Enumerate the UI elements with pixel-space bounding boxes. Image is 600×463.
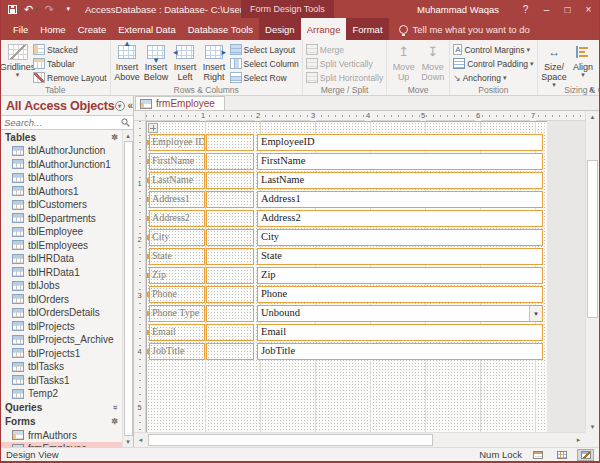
nav-item-table[interactable]: tblEmployee bbox=[1, 225, 122, 239]
nav-scrollbar-thumb[interactable] bbox=[124, 141, 133, 436]
search-icon[interactable] bbox=[121, 118, 130, 127]
insert-left-button[interactable]: ◂ Insert Left bbox=[171, 41, 200, 82]
insert-above-button[interactable]: ▴ Insert Above bbox=[113, 41, 142, 82]
field-label[interactable]: Email bbox=[149, 324, 205, 341]
nav-item-table[interactable]: tblEmployees bbox=[1, 239, 122, 253]
size-space-button[interactable]: ↔ Size/ Space ▾ bbox=[540, 41, 569, 88]
tell-me-box[interactable]: Tell me what you want to do bbox=[399, 18, 530, 40]
nav-item-form-selected[interactable]: frmEmployee bbox=[1, 442, 122, 447]
form-design-grid[interactable]: Employee ID EmployeeID FirstName FirstNa… bbox=[146, 121, 547, 434]
field-label[interactable]: FirstName bbox=[149, 153, 205, 170]
field-textbox[interactable]: Address1 bbox=[257, 191, 543, 208]
nav-menu-icon[interactable]: ▾ bbox=[115, 101, 125, 111]
tab-create[interactable]: Create bbox=[72, 18, 113, 40]
stacked-button[interactable]: Stacked bbox=[32, 43, 108, 56]
scroll-up-icon[interactable]: ▴ bbox=[586, 111, 599, 122]
close-button[interactable]: × bbox=[578, 0, 599, 18]
field-textbox[interactable]: FirstName bbox=[257, 153, 543, 170]
select-layout-button[interactable]: Select Layout bbox=[229, 43, 300, 56]
field-spacer-cell[interactable] bbox=[206, 229, 254, 246]
scroll-left-icon[interactable]: ◂ bbox=[134, 433, 147, 447]
field-spacer-cell[interactable] bbox=[206, 305, 254, 322]
field-textbox[interactable]: Email bbox=[257, 324, 543, 341]
collapse-ribbon-button[interactable]: ∧ bbox=[588, 85, 594, 94]
field-spacer-cell[interactable] bbox=[206, 210, 254, 227]
field-spacer-cell[interactable] bbox=[206, 134, 254, 151]
nav-item-table[interactable]: tblProjects_Archive bbox=[1, 333, 122, 347]
nav-item-table[interactable]: tblProjects1 bbox=[1, 347, 122, 361]
nav-item-form[interactable]: frmAuthors bbox=[1, 429, 122, 443]
search-input[interactable] bbox=[4, 117, 121, 128]
field-spacer-cell[interactable] bbox=[206, 248, 254, 265]
nav-item-table[interactable]: tblAuthorJunction bbox=[1, 144, 122, 158]
nav-item-table[interactable]: tblHRData1 bbox=[1, 266, 122, 280]
minimize-button[interactable]: – bbox=[536, 0, 557, 18]
field-spacer-cell[interactable] bbox=[206, 324, 254, 341]
help-button[interactable]: ? bbox=[515, 0, 536, 18]
layout-move-handle[interactable] bbox=[148, 123, 158, 133]
nav-group-tables[interactable]: Tables✲ bbox=[1, 130, 122, 144]
tab-external-data[interactable]: External Data bbox=[112, 18, 182, 40]
nav-item-table[interactable]: tblJobs bbox=[1, 279, 122, 293]
split-vertically-button[interactable]: Split Vertically bbox=[305, 57, 384, 70]
field-spacer-cell[interactable] bbox=[206, 286, 254, 303]
tabular-button[interactable]: Tabular bbox=[32, 57, 108, 70]
move-down-button[interactable]: ↧ Move Down bbox=[418, 41, 447, 82]
horizontal-scrollbar-thumb[interactable] bbox=[148, 434, 433, 446]
vertical-scrollbar-thumb[interactable] bbox=[587, 160, 598, 318]
field-textbox[interactable]: Address2 bbox=[257, 210, 543, 227]
nav-item-table[interactable]: tblTasks bbox=[1, 360, 122, 374]
save-button[interactable] bbox=[8, 5, 17, 14]
control-padding-button[interactable]: Control Padding▾ bbox=[452, 57, 534, 70]
field-combobox[interactable]: Unbound ▾ bbox=[257, 305, 543, 322]
field-spacer-cell[interactable] bbox=[206, 343, 254, 360]
nav-item-table[interactable]: tblCustomers bbox=[1, 198, 122, 212]
field-label[interactable]: LastName bbox=[149, 172, 205, 189]
user-account-button[interactable]: Muhammad Waqas bbox=[417, 4, 499, 15]
shutter-close-icon[interactable]: « bbox=[128, 101, 133, 111]
field-spacer-cell[interactable] bbox=[206, 172, 254, 189]
field-label[interactable]: City bbox=[149, 229, 205, 246]
tab-file[interactable]: File bbox=[7, 18, 34, 40]
anchoring-button[interactable]: ↘Anchoring▾ bbox=[452, 71, 534, 84]
field-label[interactable]: Phone Type bbox=[149, 305, 205, 322]
field-textbox[interactable]: City bbox=[257, 229, 543, 246]
nav-item-table[interactable]: tblAuthors bbox=[1, 171, 122, 185]
insert-below-button[interactable]: ▾ Insert Below bbox=[142, 41, 171, 82]
nav-group-queries[interactable]: Queries« bbox=[1, 401, 122, 415]
nav-item-table[interactable]: Temp2 bbox=[1, 387, 122, 401]
scroll-down-icon[interactable]: ▾ bbox=[586, 421, 599, 432]
gridlines-button[interactable]: Gridlines ▾ bbox=[3, 41, 32, 78]
field-label[interactable]: Zip bbox=[149, 267, 205, 284]
combo-dropdown-button[interactable]: ▾ bbox=[529, 306, 542, 321]
field-textbox[interactable]: LastName bbox=[257, 172, 543, 189]
tab-database-tools[interactable]: Database Tools bbox=[182, 18, 259, 40]
horizontal-scrollbar[interactable]: ◂ ▸ bbox=[134, 432, 585, 447]
field-textbox[interactable]: Zip bbox=[257, 267, 543, 284]
nav-pane-header[interactable]: All Access Objects ▾ « bbox=[1, 96, 133, 115]
nav-item-table[interactable]: tblProjects bbox=[1, 320, 122, 334]
nav-item-table[interactable]: tblAuthorJunction1 bbox=[1, 158, 122, 172]
field-label[interactable]: Address1 bbox=[149, 191, 205, 208]
nav-item-table[interactable]: tblHRData bbox=[1, 252, 122, 266]
move-up-button[interactable]: ↥ Move Up bbox=[389, 41, 418, 82]
scroll-up-icon[interactable]: ▴ bbox=[123, 130, 133, 141]
nav-item-table[interactable]: tblDepartments bbox=[1, 212, 122, 226]
field-spacer-cell[interactable] bbox=[206, 191, 254, 208]
merge-button[interactable]: Merge bbox=[305, 43, 384, 56]
remove-layout-button[interactable]: Remove Layout bbox=[32, 71, 108, 84]
nav-item-table[interactable]: tblTasks1 bbox=[1, 374, 122, 388]
redo-button[interactable]: ↷▾ bbox=[45, 4, 59, 15]
field-textbox[interactable]: EmployeeID bbox=[257, 134, 543, 151]
field-label[interactable]: Employee ID bbox=[149, 134, 205, 151]
field-label[interactable]: JobTitle bbox=[149, 343, 205, 360]
nav-item-table[interactable]: tblAuthors1 bbox=[1, 185, 122, 199]
tab-arrange[interactable]: Arrange bbox=[301, 18, 347, 40]
control-margins-button[interactable]: AControl Margins▾ bbox=[452, 43, 534, 56]
select-column-button[interactable]: Select Column bbox=[229, 57, 300, 70]
undo-button[interactable]: ↶▾ bbox=[24, 4, 38, 15]
tab-home[interactable]: Home bbox=[34, 18, 71, 40]
form-view-button[interactable] bbox=[529, 449, 546, 461]
scroll-down-icon[interactable]: ▾ bbox=[123, 436, 133, 447]
field-label[interactable]: Address2 bbox=[149, 210, 205, 227]
